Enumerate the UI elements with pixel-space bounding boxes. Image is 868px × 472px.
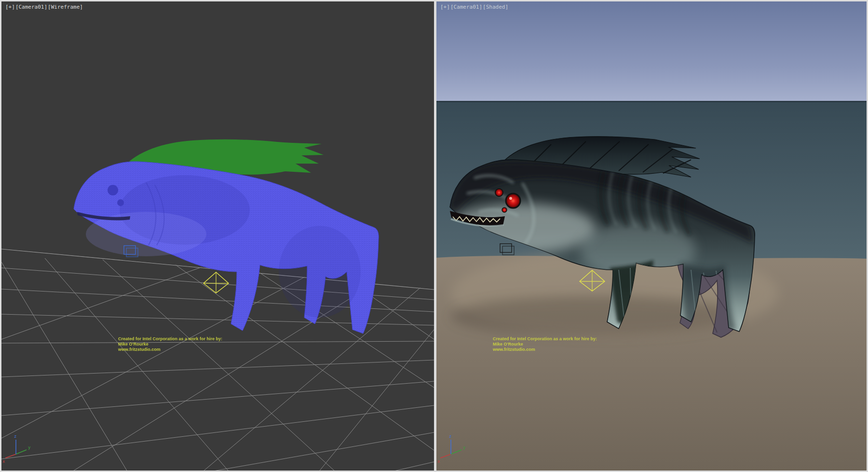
eye-medium	[495, 189, 503, 196]
viewport-shading-menu[interactable]: [Wireframe]	[48, 4, 83, 10]
axis-x-label: x	[2, 459, 5, 464]
shaded-scene: x y z	[436, 1, 867, 471]
eye-spot	[108, 185, 118, 195]
eye-specular	[509, 197, 512, 200]
viewport-general-menu[interactable]: [+]	[440, 4, 450, 10]
viewport-pov-menu[interactable]: [Camera01]	[450, 4, 482, 10]
horizon-line	[436, 101, 867, 102]
watermark-line1: Created for Intel Corporation as a work …	[118, 336, 222, 342]
axis-y-label: y	[463, 445, 466, 450]
watermark-line3: www.fritzstudio.com	[118, 347, 222, 352]
watermark: Created for Intel Corporation as a work …	[493, 336, 597, 352]
viewport-pov-menu[interactable]: [Camera01]	[15, 4, 47, 10]
eye-small	[502, 208, 507, 212]
3ds-max-viewports: { "viewports": { "left": { "label": { "m…	[0, 0, 868, 472]
watermark-line3: www.fritzstudio.com	[493, 347, 597, 352]
axis-z-label: z	[449, 434, 451, 439]
tail-shading	[279, 226, 361, 318]
viewport-label: [+][Camera01][Shaded]	[440, 4, 509, 10]
viewport-general-menu[interactable]: [+]	[5, 4, 15, 10]
watermark-line1: Created for Intel Corporation as a work …	[493, 336, 597, 342]
axis-z-label: z	[14, 434, 16, 439]
watermark-line2: Mike O'Rourke	[493, 342, 597, 347]
sky	[436, 1, 867, 102]
viewport-camera01-shaded[interactable]: x y z [+][Camera01][Shaded] Created for …	[436, 1, 867, 471]
eye-spot-small	[117, 199, 124, 206]
watermark-line2: Mike O'Rourke	[118, 342, 222, 347]
viewport-label: [+][Camera01][Wireframe]	[5, 4, 83, 10]
eye-large	[506, 194, 520, 208]
watermark: Created for Intel Corporation as a work …	[118, 336, 222, 352]
axis-y-label: y	[28, 445, 31, 450]
viewport-shading-menu[interactable]: [Shaded]	[483, 4, 508, 10]
axis-x-label: x	[437, 459, 440, 464]
viewport-camera01-wireframe[interactable]: x y z [+][Camera01][Wireframe] Created f…	[1, 1, 434, 471]
wireframe-scene: x y z	[1, 1, 434, 471]
